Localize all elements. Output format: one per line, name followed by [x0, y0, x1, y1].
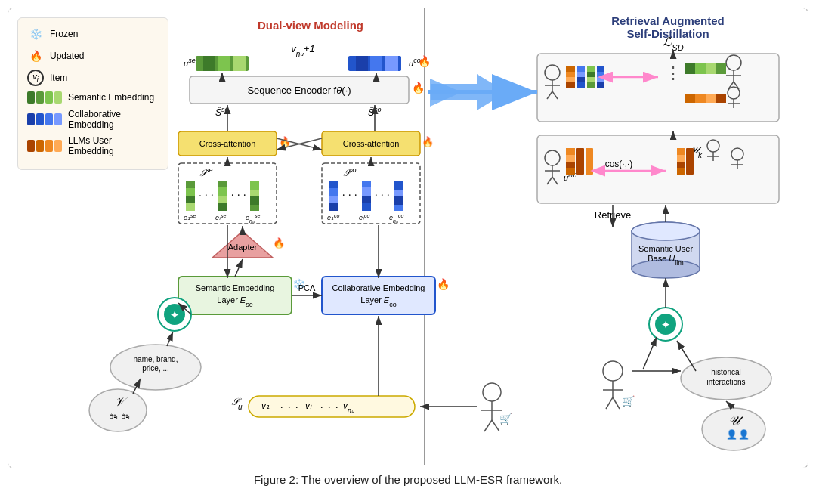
svg-text:enᵤco: enᵤco [389, 213, 403, 224]
svg-text:eᵢse: eᵢse [215, 213, 227, 222]
svg-rect-145 [587, 82, 595, 88]
diagram-svg: vnu+1 use uco 🔥 Sequence Encoder fθ(·) 🔥 [8, 8, 808, 468]
svg-rect-143 [587, 72, 595, 77]
svg-rect-138 [577, 72, 585, 77]
svg-rect-139 [577, 77, 585, 82]
svg-rect-137 [577, 66, 585, 72]
svg-text:✦: ✦ [661, 319, 670, 331]
main-container: ❄️ Frozen 🔥 Updated vi Item Semantic Emb… [0, 0, 816, 504]
svg-text:e₁se: e₁se [184, 213, 196, 222]
svg-rect-182 [566, 162, 575, 168]
svg-rect-144 [587, 77, 595, 82]
svg-point-212 [603, 361, 623, 381]
svg-line-99 [167, 332, 173, 346]
svg-text:name, brand,: name, brand, [134, 355, 178, 363]
svg-rect-7 [370, 56, 382, 71]
svg-text:use: use [184, 57, 196, 68]
loss-label: ℒSD [663, 36, 683, 52]
svg-rect-135 [566, 82, 575, 88]
svg-rect-197 [677, 162, 685, 168]
svg-text:·: · [288, 402, 291, 413]
svg-rect-30 [186, 196, 195, 203]
svg-rect-28 [186, 181, 195, 188]
svg-rect-56 [329, 196, 338, 203]
svg-rect-72 [394, 181, 403, 190]
svg-rect-39 [218, 196, 227, 203]
svg-rect-167 [685, 94, 695, 103]
svg-text:𝒮se: 𝒮se [199, 166, 213, 178]
svg-text:·: · [211, 190, 214, 201]
svg-text:🛍: 🛍 [109, 412, 118, 421]
cross-attn-right-label: Cross-attention [343, 139, 400, 148]
cross-attn-left-label: Cross-attention [199, 139, 256, 148]
su-label: 𝒮u [231, 396, 243, 411]
svg-text:·: · [342, 190, 345, 201]
svg-rect-134 [566, 77, 575, 82]
svg-rect-63 [362, 181, 371, 187]
svg-text:✦: ✦ [170, 309, 179, 321]
svg-rect-183 [566, 168, 575, 175]
svg-rect-37 [218, 181, 227, 187]
pca-label: PCA [298, 283, 316, 292]
svg-rect-73 [394, 190, 403, 196]
svg-text:·: · [335, 402, 338, 413]
user-base-label-1: Semantic User [638, 244, 693, 253]
svg-text:·: · [381, 190, 384, 201]
svg-text:v₁: v₁ [261, 400, 270, 411]
sem-emb-layer-label: Semantic Embedding [196, 283, 275, 292]
svg-rect-181 [566, 155, 575, 162]
svg-rect-180 [566, 148, 575, 155]
svg-rect-147 [597, 66, 604, 72]
svg-text:·: · [280, 402, 283, 413]
svg-rect-196 [677, 155, 685, 162]
svg-text:𝒮co: 𝒮co [343, 166, 357, 178]
svg-text:·: · [199, 189, 202, 201]
svg-text:·: · [354, 190, 357, 201]
v-next-label: vnu+1 [291, 43, 314, 58]
svg-rect-162 [716, 63, 726, 74]
svg-line-218 [643, 337, 657, 369]
svg-rect-149 [597, 77, 604, 82]
svg-line-216 [613, 397, 620, 409]
svg-rect-49 [250, 205, 259, 211]
svg-rect-148 [597, 72, 604, 77]
svg-text:·: · [231, 190, 234, 201]
svg-rect-38 [218, 187, 227, 196]
svg-line-120 [492, 420, 499, 431]
figure-caption: Figure 2: The overview of the proposed L… [254, 473, 562, 486]
svg-rect-6 [356, 56, 368, 71]
svg-rect-1 [203, 56, 215, 71]
svg-text:·: · [237, 190, 240, 201]
svg-text:·: · [205, 190, 208, 201]
collab-emb-layer-label: Collaborative Embedding [332, 283, 425, 292]
svg-text:e₁co: e₁co [327, 213, 340, 222]
svg-rect-184 [576, 148, 584, 175]
hist-interactions-label: historical [711, 368, 740, 376]
svg-rect-169 [706, 94, 716, 103]
svg-rect-133 [566, 72, 575, 77]
svg-rect-47 [250, 190, 259, 196]
svg-rect-3 [233, 56, 246, 71]
svg-rect-170 [716, 94, 726, 103]
svg-rect-150 [597, 82, 604, 88]
svg-text:⋮: ⋮ [665, 63, 682, 82]
svg-rect-75 [394, 205, 403, 211]
svg-rect-132 [566, 66, 575, 72]
svg-text:·: · [320, 402, 323, 413]
svg-text:🔥: 🔥 [273, 237, 286, 249]
svg-text:vᵢ: vᵢ [305, 400, 312, 411]
svg-text:🔥: 🔥 [412, 82, 425, 94]
svg-rect-2 [218, 56, 230, 71]
svg-rect-46 [250, 181, 259, 190]
adapter-label: Adapter [228, 243, 258, 252]
svg-rect-185 [586, 148, 593, 175]
svg-line-119 [484, 420, 492, 431]
svg-rect-64 [362, 187, 371, 196]
svg-text:·: · [295, 402, 298, 413]
svg-text:enᵤse: enᵤse [246, 213, 260, 224]
svg-rect-142 [587, 66, 595, 72]
svg-rect-161 [706, 63, 716, 74]
svg-text:Ŝse: Ŝse [215, 106, 229, 118]
seq-encoder-label: Sequence Encoder fθ(·) [247, 85, 351, 96]
svg-rect-31 [186, 203, 195, 211]
